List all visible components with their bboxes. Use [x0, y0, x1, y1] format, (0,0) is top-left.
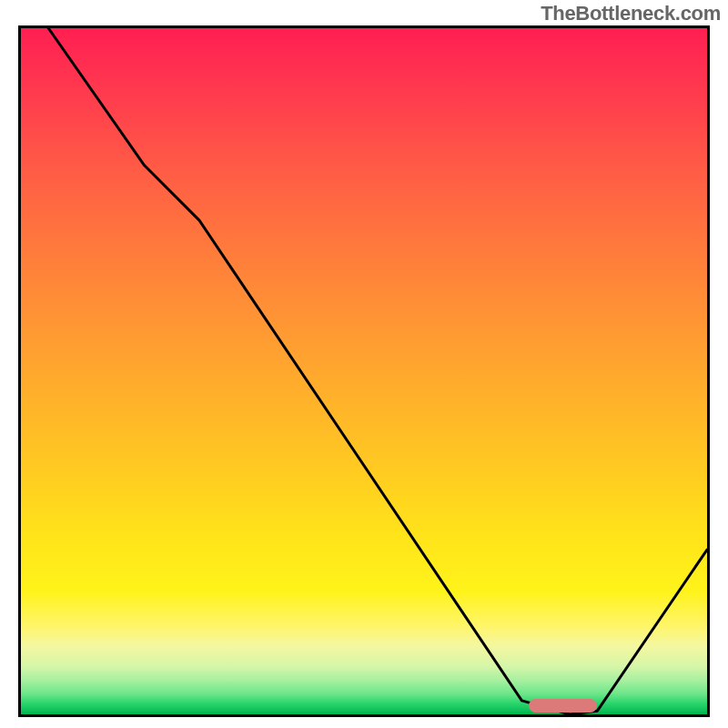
plot-area — [18, 25, 710, 717]
watermark-text: TheBottleneck.com — [541, 2, 721, 25]
bottleneck-curve — [21, 28, 707, 714]
optimal-range-marker — [529, 699, 597, 713]
